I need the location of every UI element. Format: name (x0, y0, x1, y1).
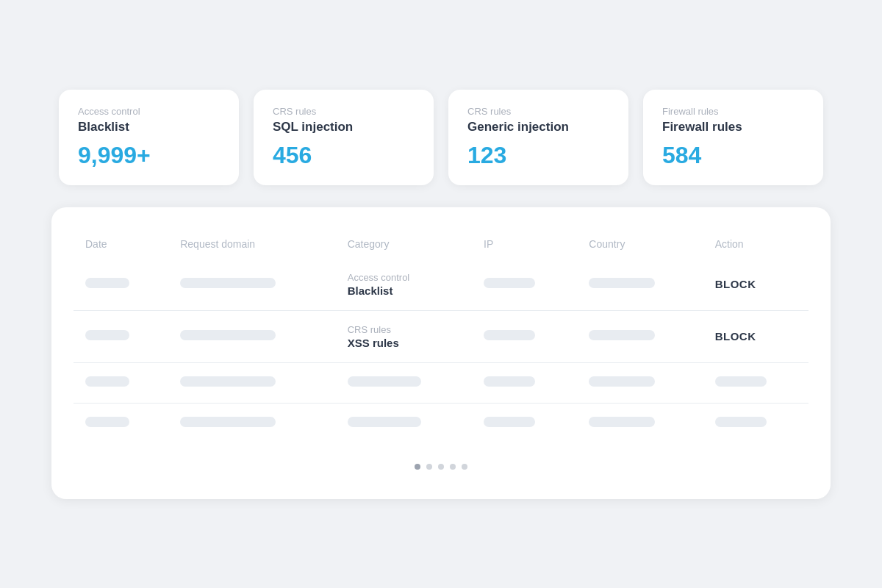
col-header-country: Country (577, 229, 703, 259)
stat-number-0: 9,999+ (78, 142, 220, 169)
cat-name-0: Blacklist (348, 284, 460, 297)
skeleton-cell-2-3 (484, 376, 535, 387)
skeleton-cell-3-3 (484, 417, 535, 427)
cell-domain-1 (180, 330, 276, 340)
skeleton-cell-2-5 (715, 376, 767, 387)
table-header-row: DateRequest domainCategoryIPCountryActio… (74, 229, 808, 259)
data-table: DateRequest domainCategoryIPCountryActio… (74, 229, 808, 443)
stat-category-2: CRS rules (467, 106, 609, 117)
skeleton-cell-2-4 (589, 376, 655, 387)
stat-category-0: Access control (78, 106, 220, 117)
skeleton-cell-3-5 (715, 417, 767, 427)
skeleton-cell-3-2 (348, 417, 421, 427)
cell-ip-1 (484, 330, 535, 340)
stat-number-2: 123 (467, 142, 609, 169)
cell-ip-0 (484, 278, 535, 288)
cell-country-0 (589, 278, 655, 288)
stat-title-3: Firewall rules (662, 120, 804, 135)
col-header-category: Category (336, 229, 472, 259)
pagination-dot-2[interactable] (438, 464, 444, 470)
cell-domain-0 (180, 278, 276, 288)
skeleton-cell-2-2 (348, 376, 421, 387)
table-row-3 (74, 403, 808, 443)
pagination-dot-3[interactable] (450, 464, 456, 470)
stat-number-3: 584 (662, 142, 804, 169)
main-container: Access control Blacklist 9,999+ CRS rule… (37, 60, 845, 528)
cell-date-0 (85, 278, 129, 288)
col-header-request-domain: Request domain (168, 229, 336, 259)
stat-title-2: Generic injection (467, 120, 609, 135)
skeleton-cell-2-0 (85, 376, 129, 387)
cell-date-1 (85, 330, 129, 340)
stats-row: Access control Blacklist 9,999+ CRS rule… (51, 90, 831, 185)
pagination-dot-1[interactable] (426, 464, 432, 470)
pagination-dot-0[interactable] (415, 464, 420, 470)
stat-card-0: Access control Blacklist 9,999+ (59, 90, 239, 185)
pagination-dot-4[interactable] (462, 464, 467, 470)
cell-action-1: BLOCK (715, 330, 756, 343)
stat-category-3: Firewall rules (662, 106, 804, 117)
table-row-2 (74, 362, 808, 403)
cell-category-1: CRS rules XSS rules (348, 324, 460, 349)
stat-card-2: CRS rules Generic injection 123 (448, 90, 628, 185)
col-header-action: Action (703, 229, 808, 259)
skeleton-cell-3-1 (180, 417, 276, 427)
cat-name-1: XSS rules (348, 337, 460, 349)
stat-card-1: CRS rules SQL injection 456 (254, 90, 434, 185)
stat-title-1: SQL injection (273, 120, 415, 135)
skeleton-cell-3-0 (85, 417, 129, 427)
stat-card-3: Firewall rules Firewall rules 584 (643, 90, 823, 185)
col-header-date: Date (74, 229, 168, 259)
col-header-ip: IP (472, 229, 577, 259)
cell-country-1 (589, 330, 655, 340)
stat-number-1: 456 (273, 142, 415, 169)
cat-type-0: Access control (348, 272, 460, 283)
table-card: DateRequest domainCategoryIPCountryActio… (51, 207, 831, 499)
cell-category-0: Access control Blacklist (348, 272, 460, 297)
pagination-dots[interactable] (74, 464, 808, 470)
cat-type-1: CRS rules (348, 324, 460, 335)
skeleton-cell-3-4 (589, 417, 655, 427)
stat-title-0: Blacklist (78, 120, 220, 135)
skeleton-cell-2-1 (180, 376, 276, 387)
stat-category-1: CRS rules (273, 106, 415, 117)
table-body: Access control Blacklist BLOCK CRS rules… (74, 259, 808, 443)
cell-action-0: BLOCK (715, 278, 756, 290)
table-row-0: Access control Blacklist BLOCK (74, 259, 808, 311)
table-row-1: CRS rules XSS rules BLOCK (74, 310, 808, 362)
